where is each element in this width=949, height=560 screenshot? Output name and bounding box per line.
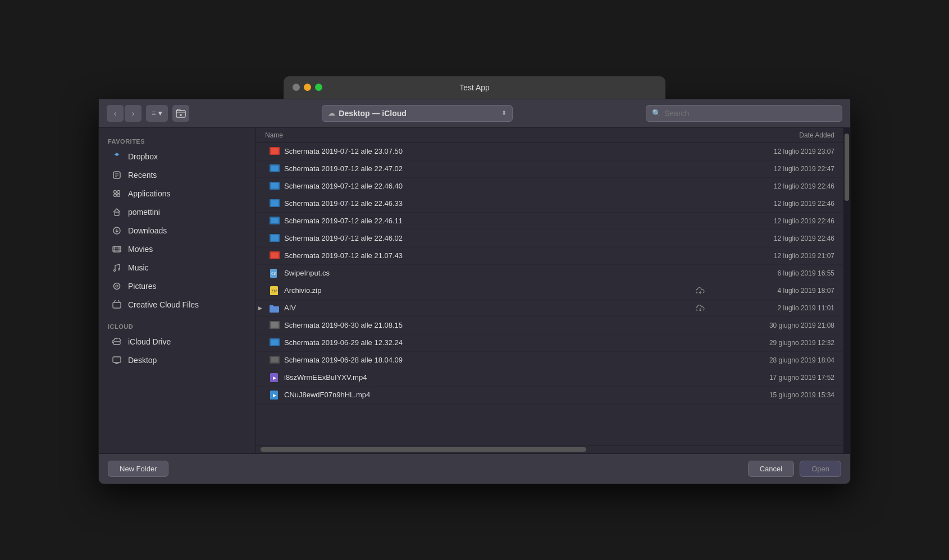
svg-rect-10	[113, 246, 121, 252]
table-row[interactable]: Schermata 2019-07-12 alle 22.47.02 12 lu…	[256, 160, 843, 178]
file-type-icon: C#	[267, 268, 282, 279]
file-name: Schermata 2019-07-12 alle 22.46.11	[282, 217, 692, 225]
minimize-button[interactable]	[304, 84, 311, 91]
file-type-icon	[267, 181, 282, 192]
file-list: Schermata 2019-07-12 alle 23.07.50 12 lu…	[256, 143, 843, 446]
sidebar: Favorites Dropbox Recents	[99, 128, 256, 453]
view-toggle-button[interactable]: ≡ ▾	[146, 105, 168, 122]
file-date: 30 giugno 2019 21:08	[709, 322, 843, 329]
new-folder-toolbar-button[interactable]	[172, 105, 189, 122]
close-button[interactable]	[293, 84, 300, 91]
table-row[interactable]: Schermata 2019-07-12 alle 22.46.33 12 lu…	[256, 195, 843, 213]
file-type-icon	[267, 302, 282, 314]
toolbar: ‹ › ≡ ▾	[99, 99, 850, 128]
sidebar-item-pictures[interactable]: Pictures	[102, 277, 252, 295]
main-content: Favorites Dropbox Recents	[99, 128, 850, 453]
chevron-down-icon: ▾	[158, 109, 162, 117]
file-type-icon	[267, 250, 282, 261]
footer: New Folder Cancel Open	[99, 453, 850, 484]
applications-icon	[111, 188, 122, 199]
svg-rect-8	[115, 212, 119, 215]
open-button[interactable]: Open	[800, 461, 841, 477]
file-date: 28 giugno 2019 18:04	[709, 356, 843, 364]
expand-icon[interactable]: ▶	[256, 305, 267, 311]
file-list-container: Name Date Added Schermata 2019-07-12 all…	[256, 128, 843, 453]
table-row[interactable]: Schermata 2019-06-29 alle 12.32.24 29 gi…	[256, 334, 843, 352]
table-row[interactable]: Schermata 2019-06-28 alle 18.04.09 28 gi…	[256, 352, 843, 369]
horizontal-scrollbar[interactable]	[256, 446, 843, 453]
col-name-header: Name	[256, 131, 697, 139]
vertical-scrollbar-thumb[interactable]	[845, 134, 849, 201]
table-row[interactable]: Schermata 2019-07-12 alle 22.46.02 12 lu…	[256, 230, 843, 247]
sidebar-item-dropbox[interactable]: Dropbox	[102, 148, 252, 166]
svg-point-17	[114, 283, 120, 289]
svg-rect-37	[271, 253, 279, 258]
svg-text:ZIP: ZIP	[271, 289, 277, 293]
sidebar-item-pomettini[interactable]: pomettini	[102, 203, 252, 221]
sidebar-item-recents[interactable]: Recents	[102, 166, 252, 184]
svg-point-5	[117, 190, 120, 193]
sidebar-item-recents-label: Recents	[128, 171, 157, 180]
location-label: Desktop — iCloud	[339, 109, 407, 118]
file-dialog: ‹ › ≡ ▾	[98, 99, 851, 484]
back-button[interactable]: ‹	[107, 105, 124, 122]
svg-rect-25	[271, 148, 279, 154]
file-type-icon	[267, 163, 282, 175]
svg-rect-21	[113, 357, 121, 362]
search-input[interactable]	[664, 109, 836, 118]
file-date: 2 luglio 2019 11:01	[709, 304, 843, 312]
vertical-scrollbar[interactable]	[843, 128, 850, 453]
file-type-icon	[267, 233, 282, 244]
svg-point-7	[117, 194, 120, 196]
maximize-button[interactable]	[315, 84, 322, 91]
file-type-icon	[267, 355, 282, 366]
table-row[interactable]: Schermata 2019-07-12 alle 22.46.40 12 lu…	[256, 178, 843, 195]
table-row[interactable]: Schermata 2019-07-12 alle 23.07.50 12 lu…	[256, 143, 843, 160]
svg-rect-47	[271, 357, 279, 362]
file-name: i8szWrmEExBuIYXV.mp4	[282, 373, 692, 382]
sidebar-item-creative-cloud[interactable]: Creative Cloud Files	[102, 296, 252, 314]
dropbox-icon	[111, 151, 122, 162]
svg-point-18	[116, 285, 118, 287]
col-date-header: Date Added	[697, 131, 843, 139]
horizontal-scrollbar-thumb[interactable]	[261, 447, 586, 452]
sidebar-item-icloud-drive[interactable]: iCloud Drive	[102, 333, 252, 351]
table-row[interactable]: ▶ AIV 2 luglio 2019 11:01	[256, 300, 843, 317]
table-row[interactable]: C# SwipeInput.cs 6 luglio 2019 16:55	[256, 265, 843, 282]
title-bar: Test App	[284, 76, 665, 99]
cloud-download-icon	[692, 305, 709, 311]
sidebar-item-movies[interactable]: Movies	[102, 240, 252, 258]
sidebar-item-pictures-label: Pictures	[128, 282, 157, 291]
cancel-button[interactable]: Cancel	[748, 461, 794, 477]
table-row[interactable]: ZIP Archivio.zip 4 luglio 2019 18:07	[256, 282, 843, 300]
table-row[interactable]: Schermata 2019-06-30 alle 21.08.15 30 gi…	[256, 317, 843, 334]
svg-rect-20	[113, 342, 120, 345]
file-date: 12 luglio 2019 23:07	[709, 148, 843, 155]
file-date: 17 giugno 2019 17:52	[709, 374, 843, 382]
table-row[interactable]: Schermata 2019-07-12 alle 21.07.43 12 lu…	[256, 247, 843, 265]
downloads-icon	[111, 225, 122, 236]
file-name: Archivio.zip	[282, 286, 692, 295]
svg-rect-43	[271, 322, 279, 328]
sidebar-item-movies-label: Movies	[128, 245, 153, 254]
sidebar-item-icloud-drive-label: iCloud Drive	[128, 337, 171, 346]
sidebar-item-applications[interactable]: Applications	[102, 185, 252, 203]
file-name: Schermata 2019-06-28 alle 18.04.09	[282, 356, 692, 364]
file-date: 6 luglio 2019 16:55	[709, 269, 843, 277]
sidebar-item-desktop[interactable]: Desktop	[102, 351, 252, 369]
sidebar-item-desktop-label: Desktop	[128, 356, 157, 365]
sidebar-item-downloads[interactable]: Downloads	[102, 222, 252, 240]
forward-button[interactable]: ›	[125, 105, 142, 122]
search-icon: 🔍	[652, 109, 661, 117]
new-folder-button[interactable]: New Folder	[108, 461, 168, 477]
location-selector[interactable]: ☁ Desktop — iCloud ⬍	[322, 105, 513, 122]
table-row[interactable]: CNuJ8ewdF07n9hHL.mp4 15 giugno 2019 15:3…	[256, 387, 843, 404]
sidebar-item-applications-label: Applications	[128, 189, 171, 198]
file-type-icon	[267, 198, 282, 209]
table-row[interactable]: i8szWrmEExBuIYXV.mp4 17 giugno 2019 17:5…	[256, 369, 843, 387]
sidebar-item-music[interactable]: Music	[102, 259, 252, 277]
file-type-icon: ZIP	[267, 285, 282, 296]
movies-icon	[111, 244, 122, 255]
favorites-section-title: Favorites	[99, 134, 256, 147]
table-row[interactable]: Schermata 2019-07-12 alle 22.46.11 12 lu…	[256, 213, 843, 230]
